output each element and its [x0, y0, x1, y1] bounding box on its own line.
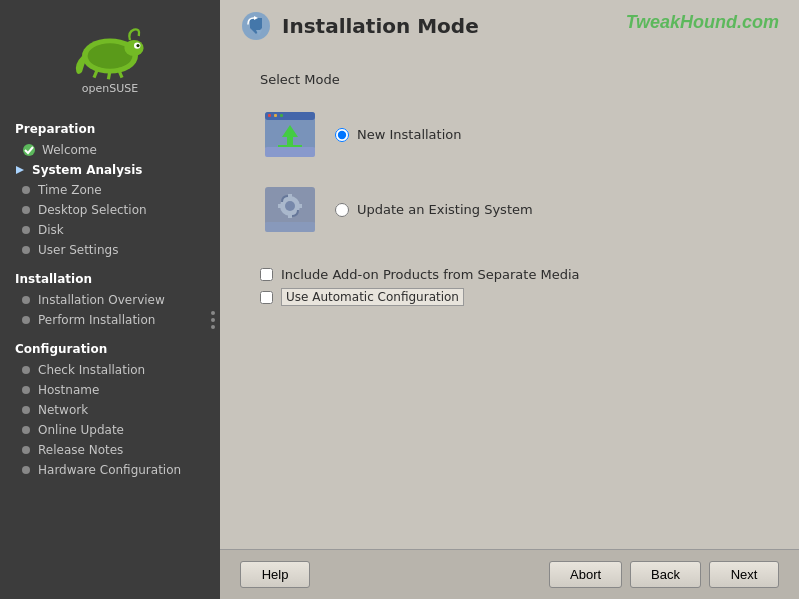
sidebar-item-welcome[interactable]: Welcome [0, 140, 220, 160]
new-installation-radio[interactable] [335, 128, 349, 142]
sidebar-item-hostname-label: Hostname [38, 383, 99, 397]
tweakhound-logo: TweakHound.com [626, 12, 779, 33]
use-auto-config-label[interactable]: Use Automatic Configuration [260, 288, 769, 306]
svg-rect-21 [265, 147, 315, 157]
update-existing-option: Update an Existing System [260, 182, 769, 237]
content-body: Select Mode [220, 52, 799, 549]
sidebar: openSUSE Preparation Welcome Welcome Sys… [0, 0, 220, 599]
arrow-right-icon [14, 164, 26, 176]
sidebar-item-network[interactable]: Network [0, 400, 220, 420]
update-existing-label[interactable]: Update an Existing System [335, 202, 533, 217]
mode-options: New Installation [250, 107, 769, 237]
check-icon [22, 143, 36, 157]
sidebar-item-network-label: Network [38, 403, 88, 417]
svg-point-24 [285, 201, 295, 211]
sidebar-item-perform-installation[interactable]: Perform Installation [0, 310, 220, 330]
sidebar-item-online-update[interactable]: Online Update [0, 420, 220, 440]
opensuse-text: openSUSE [82, 82, 138, 95]
new-installation-icon [260, 107, 320, 162]
select-mode-label: Select Mode [250, 72, 769, 87]
svg-rect-28 [298, 204, 302, 208]
content-area: Installation Mode TweakHound.com Select … [220, 0, 799, 599]
next-button[interactable]: Next [709, 561, 779, 588]
sidebar-item-check-installation-label: Check Installation [38, 363, 145, 377]
sidebar-item-time-zone[interactable]: Time Zone [0, 180, 220, 200]
sidebar-item-installation-overview[interactable]: Installation Overview [0, 290, 220, 310]
sidebar-item-hardware-configuration[interactable]: Hardware Configuration [0, 460, 220, 480]
section-configuration: Configuration [0, 334, 220, 360]
svg-line-6 [108, 70, 110, 79]
sidebar-item-user-settings-label: User Settings [38, 243, 118, 257]
sidebar-item-hardware-configuration-label: Hardware Configuration [38, 463, 181, 477]
sidebar-item-user-settings[interactable]: User Settings [0, 240, 220, 260]
svg-rect-29 [265, 222, 315, 232]
include-addons-checkbox[interactable] [260, 268, 273, 281]
sidebar-item-online-update-label: Online Update [38, 423, 124, 437]
page-title: Installation Mode [282, 14, 479, 38]
sidebar-item-welcome-label: Welcome [42, 143, 97, 157]
svg-marker-9 [16, 166, 24, 174]
sidebar-item-hostname[interactable]: Hostname [0, 380, 220, 400]
svg-point-4 [136, 44, 139, 47]
section-preparation: Preparation [0, 114, 220, 140]
bottom-bar: Help Abort Back Next [220, 549, 799, 599]
sidebar-item-installation-overview-label: Installation Overview [38, 293, 165, 307]
use-auto-config-checkbox[interactable] [260, 291, 273, 304]
system-analysis-label: System Analysis [32, 163, 142, 177]
checkboxes-section: Include Add-on Products from Separate Me… [250, 267, 769, 306]
opensuse-logo-icon [70, 20, 150, 80]
sidebar-item-disk-label: Disk [38, 223, 64, 237]
sidebar-item-system-analysis[interactable]: Welcome System Analysis [0, 160, 220, 180]
resize-handle [211, 311, 215, 329]
sidebar-item-perform-installation-label: Perform Installation [38, 313, 155, 327]
update-existing-radio[interactable] [335, 203, 349, 217]
include-addons-label[interactable]: Include Add-on Products from Separate Me… [260, 267, 769, 282]
sidebar-item-desktop-selection-label: Desktop Selection [38, 203, 147, 217]
sidebar-item-release-notes[interactable]: Release Notes [0, 440, 220, 460]
svg-rect-16 [274, 114, 277, 117]
help-button[interactable]: Help [240, 561, 310, 588]
section-installation: Installation [0, 264, 220, 290]
svg-rect-19 [287, 137, 293, 145]
svg-rect-25 [288, 194, 292, 198]
content-header: Installation Mode TweakHound.com [220, 0, 799, 52]
svg-rect-15 [268, 114, 271, 117]
new-installation-label[interactable]: New Installation [335, 127, 462, 142]
svg-rect-14 [265, 112, 315, 120]
sidebar-item-time-zone-label: Time Zone [38, 183, 102, 197]
svg-point-8 [23, 144, 35, 156]
installation-mode-icon [240, 10, 272, 42]
nav-buttons: Abort Back Next [549, 561, 779, 588]
svg-rect-17 [280, 114, 283, 117]
sidebar-item-check-installation[interactable]: Check Installation [0, 360, 220, 380]
update-existing-icon [260, 182, 320, 237]
svg-rect-27 [278, 204, 282, 208]
svg-rect-26 [288, 214, 292, 218]
new-installation-option: New Installation [260, 107, 769, 162]
abort-button[interactable]: Abort [549, 561, 622, 588]
sidebar-item-desktop-selection[interactable]: Desktop Selection [0, 200, 220, 220]
main-layout: openSUSE Preparation Welcome Welcome Sys… [0, 0, 799, 599]
back-button[interactable]: Back [630, 561, 701, 588]
sidebar-logo: openSUSE [0, 10, 220, 110]
svg-point-2 [124, 40, 143, 56]
sidebar-item-release-notes-label: Release Notes [38, 443, 123, 457]
sidebar-item-disk[interactable]: Disk [0, 220, 220, 240]
